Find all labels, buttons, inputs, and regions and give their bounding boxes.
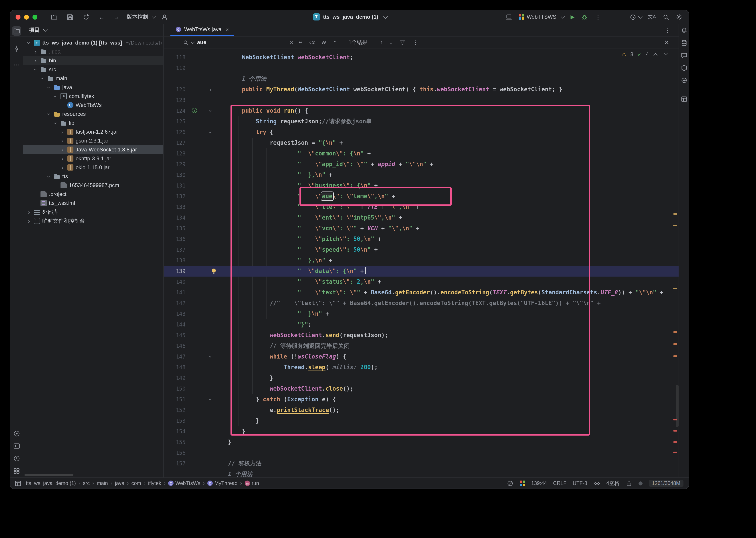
code-line[interactable]: 141 " \"text\": \"" + Base64.getEncoder(… — [163, 287, 679, 298]
stripe-mark[interactable] — [673, 419, 677, 420]
code-line[interactable]: 147› while (!wsCloseFlag) { — [163, 351, 679, 362]
line-number[interactable]: 147 — [163, 351, 189, 362]
match-case-toggle[interactable]: Cc — [309, 40, 315, 45]
line-number[interactable]: 149 — [163, 373, 189, 384]
tree-item[interactable]: ›src — [23, 65, 163, 74]
search-history-chevron-icon[interactable] — [190, 39, 195, 44]
tree-chevron-right-icon[interactable]: › — [33, 58, 38, 64]
more-tool-windows-icon[interactable]: ⋯ — [14, 62, 19, 68]
code-line[interactable]: 155 } — [163, 437, 679, 448]
line-number[interactable]: 153 — [163, 415, 189, 426]
line-number[interactable]: 119 — [163, 63, 189, 74]
stripe-mark[interactable] — [673, 288, 677, 289]
tree-item[interactable]: ›main — [23, 74, 163, 83]
tree-chevron-down-icon[interactable]: › — [39, 76, 45, 81]
code-text[interactable]: " \"business\": {\n" + — [214, 180, 679, 191]
tree-item[interactable]: ›gson-2.3.1.jar — [23, 136, 163, 145]
code-text[interactable] — [214, 63, 679, 74]
save-all-icon[interactable] — [67, 14, 73, 20]
tree-item[interactable]: ›com.iflytek — [23, 92, 163, 101]
tree-chevron-right-icon[interactable]: › — [33, 49, 38, 55]
line-number[interactable]: 137 — [163, 244, 189, 255]
code-line[interactable]: 145 webSocketClient.send(requestJson); — [163, 330, 679, 341]
code-text[interactable]: // 等待服务端返回完毕后关闭 — [214, 341, 679, 351]
tree-item[interactable]: ›okio-1.15.0.jar — [23, 163, 163, 172]
open-folder-icon[interactable] — [51, 14, 57, 20]
breadcrumb-item[interactable]: tts_ws_java_demo (1) — [26, 481, 76, 486]
breadcrumb-item[interactable]: java — [115, 481, 124, 486]
code-text[interactable]: } — [214, 426, 679, 437]
line-number[interactable]: 131 — [163, 180, 189, 191]
code-text[interactable]: public MyThread(WebSocketClient webSocke… — [214, 84, 679, 95]
fold-marker-icon[interactable]: › — [205, 355, 216, 359]
code-text[interactable]: " \"aue\": \"lame\",\n" + — [214, 191, 679, 202]
breadcrumb-item[interactable]: src — [83, 481, 90, 486]
code-line[interactable]: 118 WebSocketClient webSocketClient; — [163, 52, 679, 63]
line-number[interactable]: 136 — [163, 234, 189, 244]
ai-assistant-icon[interactable] — [681, 52, 687, 59]
services-tool-window-icon[interactable] — [13, 468, 20, 474]
code-line[interactable]: 119 — [163, 63, 679, 74]
line-number[interactable]: 128 — [163, 148, 189, 159]
fold-marker-icon[interactable]: › — [209, 84, 212, 95]
panel-horizontal-scrollbar[interactable] — [24, 474, 73, 476]
code-line[interactable]: 132 " \"aue\": \"lame\",\n" + — [163, 191, 679, 202]
stripe-mark[interactable] — [673, 430, 677, 432]
code-line[interactable]: 154 } — [163, 426, 679, 437]
gradle-tool-window-icon[interactable] — [681, 77, 687, 84]
code-line[interactable]: 152 e.printStackTrace(); — [163, 405, 679, 415]
tree-item[interactable]: ›fastjson-1.2.67.jar — [23, 127, 163, 136]
line-number[interactable]: 145 — [163, 330, 189, 341]
tab-webttsws-java[interactable]: C WebTtsWs.java × — [170, 24, 234, 36]
inspections-widget[interactable]: ⚠ 8 ✓ 4 — [622, 51, 667, 57]
fold-marker-icon[interactable]: › — [205, 109, 216, 113]
line-number[interactable]: 125 — [163, 116, 189, 127]
code-line[interactable]: 120› public MyThread(WebSocketClient web… — [163, 84, 679, 95]
code-line[interactable]: 139 " \"data\": {\n" + — [163, 266, 679, 277]
tree-item[interactable]: ›.idea — [23, 47, 163, 56]
sync-icon[interactable] — [83, 14, 89, 20]
code-text[interactable]: requestJson = "{\n" + — [214, 137, 679, 148]
code-text[interactable]: " \"data\": {\n" + — [214, 266, 679, 277]
previous-problem-chevron-icon[interactable] — [653, 53, 658, 57]
minimize-window-button[interactable] — [24, 15, 29, 19]
run-configuration-selector[interactable]: WebTTSWS — [519, 14, 564, 20]
search-everywhere-icon[interactable] — [663, 14, 669, 20]
more-actions-icon[interactable]: ⋮ — [595, 14, 601, 20]
line-number[interactable]: 146 — [163, 341, 189, 351]
regex-toggle[interactable]: .* — [332, 40, 336, 45]
tree-chevron-right-icon[interactable]: › — [26, 218, 31, 224]
commit-tool-window-icon[interactable] — [13, 45, 20, 52]
line-number[interactable]: 141 — [163, 287, 189, 298]
structure-tool-window-icon[interactable] — [681, 96, 687, 102]
code-area[interactable]: 118 WebSocketClient webSocketClient;119 … — [163, 49, 679, 478]
stripe-mark[interactable] — [673, 225, 677, 226]
problems-tool-window-icon[interactable] — [13, 455, 20, 462]
code-text[interactable]: } — [214, 373, 679, 384]
tree-item[interactable]: 1653464599987.pcm — [23, 181, 163, 190]
line-number[interactable]: 118 — [163, 52, 189, 63]
terminal-tool-window-icon[interactable] — [13, 443, 20, 449]
line-number[interactable]: 123 — [163, 95, 189, 106]
line-number[interactable]: 134 — [163, 212, 189, 223]
code-line[interactable]: 136 " \"pitch\": 50,\n" + — [163, 234, 679, 244]
code-text[interactable]: WebSocketClient webSocketClient; — [214, 52, 679, 63]
code-text[interactable]: " \"ent\": \"intp65\",\n" + — [214, 212, 679, 223]
tree-chevron-right-icon[interactable]: › — [60, 129, 65, 135]
line-number[interactable]: 126 — [163, 127, 189, 137]
code-line[interactable]: 128 " \"common\": {\n" + — [163, 148, 679, 159]
line-number[interactable]: 155 — [163, 437, 189, 448]
fold-marker-icon[interactable]: › — [205, 131, 216, 134]
daemon-status-icon[interactable] — [638, 481, 642, 485]
stripe-mark[interactable] — [673, 331, 677, 333]
offline-mode-icon[interactable] — [507, 480, 514, 487]
tree-chevron-right-icon[interactable]: › — [60, 156, 65, 161]
run-button[interactable]: ▶ — [571, 14, 575, 20]
code-text[interactable]: " \"vcn\": \"" + VCN + "\",\n" + — [214, 223, 679, 234]
line-number[interactable]: 154 — [163, 426, 189, 437]
fold-marker-icon[interactable]: › — [205, 398, 216, 402]
tree-chevron-down-icon[interactable]: › — [26, 40, 32, 45]
indent-setting[interactable]: 4空格 — [606, 480, 619, 487]
tree-item[interactable]: ›Java-WebSocket-1.3.8.jar — [23, 145, 163, 154]
tree-chevron-down-icon[interactable]: › — [46, 111, 52, 117]
